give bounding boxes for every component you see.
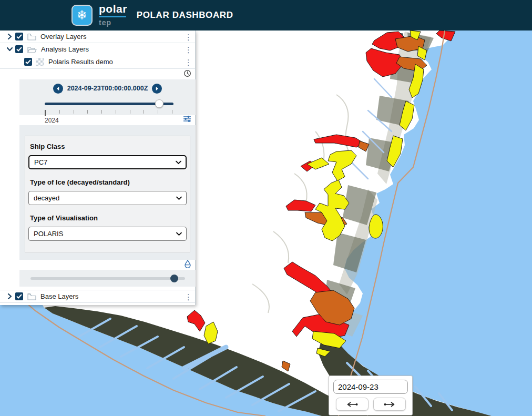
analysis-layers-checkbox[interactable] [15, 45, 23, 53]
arrow-right-from-dot-icon [383, 402, 396, 407]
folder-icon [27, 293, 36, 300]
overlay-layers-checkbox[interactable] [15, 33, 23, 40]
ship-class-select[interactable]: PC7 [28, 155, 187, 169]
time-slider-track[interactable] [45, 103, 173, 105]
clock-icon[interactable] [183, 69, 191, 79]
date-step-backward-button[interactable] [336, 398, 369, 411]
time-previous-button[interactable] [53, 84, 63, 94]
map-date-widget [329, 376, 413, 415]
polaris-results-label: Polaris Results demo [48, 58, 113, 66]
chevron-down-icon [176, 160, 181, 164]
opacity-droplet-icon[interactable] [184, 260, 191, 270]
chevron-right-icon[interactable] [6, 293, 13, 300]
chevron-down-icon[interactable] [6, 46, 13, 53]
ship-class-value: PC7 [34, 158, 47, 166]
opacity-slider-thumb[interactable] [170, 275, 178, 282]
base-layers-label: Base Layers [40, 292, 78, 300]
app-header: ❄ polar tep POLAR DASHBOARD [0, 0, 532, 31]
visualisation-label: Type of Visualisation [30, 214, 187, 222]
page-title: POLAR DASHBOARD [137, 10, 233, 21]
logo-primary-text: polar [99, 4, 127, 14]
base-layers-checkbox[interactable] [15, 292, 23, 300]
layer-group-analysis[interactable]: Analysis Layers ⋮ [0, 43, 195, 55]
opacity-slider-track[interactable] [30, 277, 185, 280]
time-slider[interactable] [45, 99, 173, 108]
layer-thumbnail-icon [36, 58, 44, 66]
arrow-left-from-dot-icon [345, 402, 359, 407]
overlay-layers-label: Overlay Layers [40, 33, 86, 40]
analysis-layers-label: Analysis Layers [41, 45, 89, 53]
ice-type-select[interactable]: decayed [28, 191, 187, 205]
chevron-down-icon [176, 232, 182, 236]
folder-open-icon [27, 46, 37, 53]
folder-icon [27, 33, 36, 40]
layer-group-base[interactable]: Base Layers ⋮ [0, 290, 195, 303]
analysis-parameters-panel: Ship Class PC7 Type of Ice (decayed/stan… [19, 125, 196, 260]
current-datetime-label: 2024-09-23T00:00:00.000Z [67, 85, 148, 92]
layer-settings-row [0, 115, 195, 125]
base-layers-menu-icon[interactable]: ⋮ [185, 292, 192, 300]
snowflake-glyph: ❄ [77, 9, 87, 22]
analysis-layers-menu-icon[interactable]: ⋮ [185, 45, 192, 53]
ship-class-label: Ship Class [30, 143, 187, 150]
time-next-button[interactable] [152, 84, 162, 94]
polaris-results-menu-icon[interactable]: ⋮ [185, 58, 192, 66]
tune-settings-icon[interactable] [183, 115, 191, 125]
overlay-layers-menu-icon[interactable]: ⋮ [185, 33, 192, 40]
opacity-slider-panel [19, 270, 196, 287]
visualisation-value: POLARIS [34, 230, 63, 238]
parameters-fieldset: Ship Class PC7 Type of Ice (decayed/stan… [25, 136, 190, 252]
chevron-right-icon[interactable] [6, 33, 13, 40]
ice-type-value: decayed [34, 194, 59, 202]
map-date-input[interactable] [333, 380, 408, 394]
logo-secondary-text: tep [99, 18, 127, 27]
snowflake-icon: ❄ [71, 5, 93, 26]
date-step-forward-button[interactable] [373, 398, 406, 411]
visualisation-select[interactable]: POLARIS [28, 227, 187, 241]
polaris-results-checkbox[interactable] [24, 58, 32, 66]
layers-sidebar: Overlay Layers ⋮ Analysis Layers ⋮ Polar… [0, 31, 196, 305]
chevron-down-icon [176, 196, 182, 200]
opacity-row [0, 260, 195, 269]
ice-type-label: Type of Ice (decayed/standard) [30, 178, 187, 186]
logo-underline [99, 16, 126, 17]
time-slider-panel: 2024-09-23T00:00:00.000Z 2024 [19, 79, 196, 115]
time-slider-thumb[interactable] [155, 99, 163, 108]
time-dimension-row [0, 69, 195, 79]
brand-logo: polar tep [99, 4, 127, 27]
layer-item-polaris-results[interactable]: Polaris Results demo ⋮ [0, 55, 195, 69]
layer-group-overlay[interactable]: Overlay Layers ⋮ [0, 31, 195, 43]
